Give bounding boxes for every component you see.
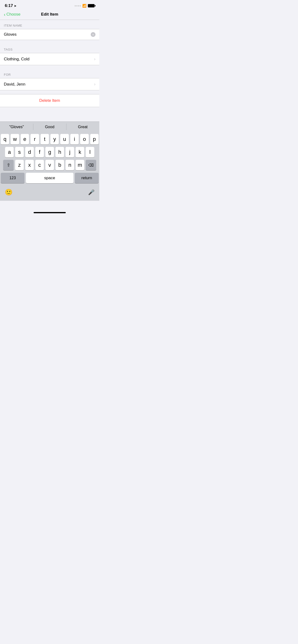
key-m[interactable]: m: [76, 160, 84, 170]
key-row-2: a s d f g h j k l: [1, 147, 99, 158]
tags-section-header: TAGS: [0, 44, 99, 53]
signal-dot-2: [76, 5, 77, 6]
key-g[interactable]: g: [45, 147, 54, 158]
status-time: 6:17: [5, 3, 13, 8]
key-i[interactable]: i: [70, 134, 79, 144]
suggestion-3[interactable]: Great: [66, 122, 99, 132]
spacer-1: [0, 40, 99, 44]
key-s[interactable]: s: [15, 147, 24, 158]
nav-bar: ‹ Choose Edit Item: [0, 10, 99, 20]
tags-row[interactable]: Clothing, Cold ›: [0, 53, 99, 65]
keyboard-suggestions: "Gloves" Good Great: [0, 122, 99, 132]
for-field-container: David, Jenn ›: [0, 78, 99, 90]
key-b[interactable]: b: [55, 160, 64, 170]
key-k[interactable]: k: [76, 147, 84, 158]
signal-dots: [75, 5, 81, 6]
battery-icon: [88, 4, 95, 8]
key-j[interactable]: j: [66, 147, 74, 158]
key-v[interactable]: v: [45, 160, 54, 170]
bottom-spacer: [0, 107, 99, 122]
for-row[interactable]: David, Jenn ›: [0, 78, 99, 90]
key-row-4: 123 space return: [1, 173, 99, 183]
key-d[interactable]: d: [25, 147, 34, 158]
location-icon: ➤: [14, 4, 17, 8]
emoji-button[interactable]: 🙂: [5, 188, 13, 196]
delete-label: Delete Item: [39, 98, 60, 103]
signal-dot-4: [80, 5, 81, 6]
key-row-1: q w e r t y u i o p: [1, 134, 99, 144]
item-name-row: ×: [0, 29, 99, 40]
for-value: David, Jenn: [4, 82, 94, 87]
clear-button[interactable]: ×: [91, 32, 95, 37]
signal-dot-1: [75, 5, 76, 6]
tags-label: TAGS: [4, 48, 13, 51]
key-y[interactable]: y: [50, 134, 59, 144]
key-p[interactable]: p: [90, 134, 99, 144]
key-row-3: ⇧ z x c v b n m ⌫: [1, 160, 99, 170]
tags-value: Clothing, Cold: [4, 57, 94, 62]
key-u[interactable]: u: [60, 134, 69, 144]
home-indicator: [34, 212, 66, 213]
key-q[interactable]: q: [1, 134, 9, 144]
key-e[interactable]: e: [21, 134, 29, 144]
key-r[interactable]: r: [31, 134, 39, 144]
key-l[interactable]: l: [86, 147, 94, 158]
space-key[interactable]: space: [26, 173, 73, 183]
item-name-input[interactable]: [4, 32, 91, 37]
item-name-field-container: ×: [0, 29, 99, 40]
signal-dot-3: [78, 5, 79, 6]
bottom-bar: 🙂 🎤: [0, 187, 99, 201]
key-t[interactable]: t: [41, 134, 49, 144]
keyboard: q w e r t y u i o p a s d f g h j k l ⇧ …: [0, 132, 99, 187]
for-label: FOR: [4, 73, 11, 76]
suggestion-2[interactable]: Good: [33, 122, 66, 132]
key-z[interactable]: z: [15, 160, 24, 170]
delete-section[interactable]: Delete Item: [0, 94, 99, 107]
suggestion-1[interactable]: "Gloves": [0, 122, 33, 132]
status-bar: 6:17 ➤ 📶: [0, 0, 99, 10]
backspace-key[interactable]: ⌫: [86, 160, 96, 170]
back-chevron-icon: ‹: [4, 12, 6, 17]
item-name-label: ITEM NAME: [4, 24, 22, 27]
key-c[interactable]: c: [35, 160, 44, 170]
wifi-icon: 📶: [82, 4, 86, 8]
spacer-3: [0, 90, 99, 94]
tags-field-container: Clothing, Cold ›: [0, 53, 99, 65]
key-n[interactable]: n: [66, 160, 74, 170]
spacer-2: [0, 65, 99, 69]
number-key[interactable]: 123: [1, 173, 25, 183]
key-w[interactable]: w: [11, 134, 19, 144]
key-x[interactable]: x: [25, 160, 34, 170]
for-chevron-icon: ›: [94, 82, 95, 87]
key-o[interactable]: o: [80, 134, 89, 144]
key-h[interactable]: h: [55, 147, 64, 158]
back-label: Choose: [7, 12, 21, 17]
for-section-header: FOR: [0, 69, 99, 78]
item-name-section-header: ITEM NAME: [0, 20, 99, 29]
tags-chevron-icon: ›: [94, 56, 95, 62]
return-key[interactable]: return: [75, 173, 99, 183]
page-title: Edit Item: [41, 12, 58, 17]
status-icons: 📶: [75, 4, 95, 8]
shift-key[interactable]: ⇧: [3, 160, 14, 170]
back-button[interactable]: ‹ Choose: [4, 12, 20, 17]
key-a[interactable]: a: [5, 147, 14, 158]
key-f[interactable]: f: [35, 147, 44, 158]
microphone-button[interactable]: 🎤: [88, 189, 95, 196]
